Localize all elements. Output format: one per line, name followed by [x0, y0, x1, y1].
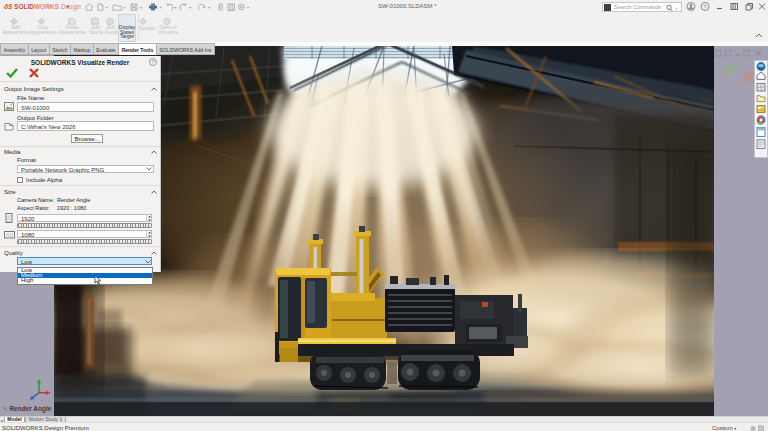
- svg-text:▾: ▾: [160, 5, 162, 10]
- svg-text:▾: ▾: [189, 5, 191, 10]
- svg-text:▾: ▾: [208, 5, 210, 10]
- svg-text:˅: ˅: [675, 5, 678, 11]
- svg-text:▾: ▾: [175, 5, 177, 10]
- svg-text:?: ?: [703, 4, 707, 10]
- svg-text:▾: ▾: [106, 5, 108, 10]
- svg-text:▾: ▾: [247, 5, 249, 10]
- svg-text:▾: ▾: [124, 5, 126, 10]
- svg-text:▾: ▾: [140, 5, 142, 10]
